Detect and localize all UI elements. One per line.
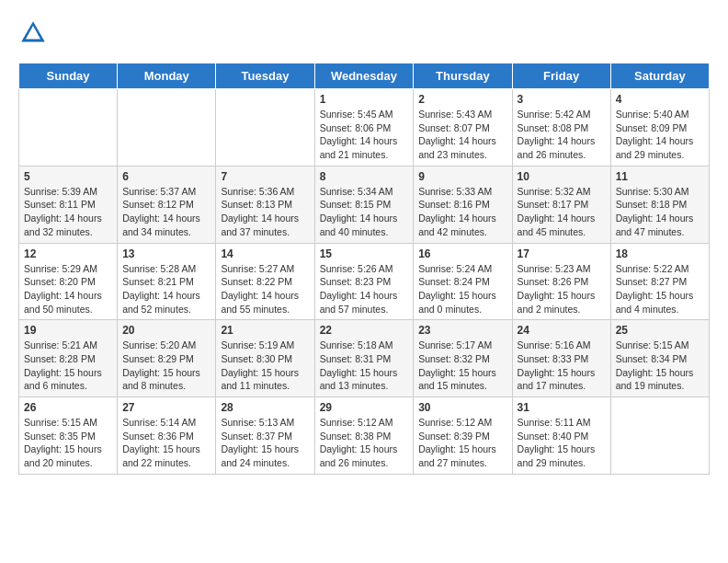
day-number: 20 [122,324,210,337]
day-number: 31 [518,401,606,414]
day-number: 22 [320,324,409,337]
calendar-cell: 28Sunrise: 5:13 AM Sunset: 8:37 PM Dayli… [216,397,314,475]
day-number: 26 [24,401,112,414]
calendar-cell: 4Sunrise: 5:40 AM Sunset: 8:09 PM Daylig… [610,89,709,167]
day-number: 4 [616,93,704,106]
weekday-header-wednesday: Wednesday [314,63,414,89]
cell-info: Sunrise: 5:27 AM Sunset: 8:22 PM Dayligh… [221,262,309,316]
day-number: 25 [616,324,704,337]
calendar-cell: 29Sunrise: 5:12 AM Sunset: 8:38 PM Dayli… [314,397,414,475]
cell-info: Sunrise: 5:23 AM Sunset: 8:26 PM Dayligh… [518,262,606,316]
cell-info: Sunrise: 5:36 AM Sunset: 8:13 PM Dayligh… [221,185,309,239]
cell-info: Sunrise: 5:19 AM Sunset: 8:30 PM Dayligh… [221,339,309,393]
cell-info: Sunrise: 5:29 AM Sunset: 8:20 PM Dayligh… [24,262,112,316]
weekday-header-saturday: Saturday [610,63,709,89]
cell-info: Sunrise: 5:24 AM Sunset: 8:24 PM Dayligh… [418,262,506,316]
cell-info: Sunrise: 5:26 AM Sunset: 8:23 PM Dayligh… [320,262,409,316]
day-number: 30 [418,401,506,414]
day-number: 14 [221,247,309,260]
cell-info: Sunrise: 5:30 AM Sunset: 8:18 PM Dayligh… [616,185,704,239]
day-number: 28 [221,401,309,414]
day-number: 23 [418,324,506,337]
day-number: 2 [418,93,506,106]
day-number: 6 [122,170,210,183]
calendar-table: SundayMondayTuesdayWednesdayThursdayFrid… [18,63,710,475]
cell-info: Sunrise: 5:17 AM Sunset: 8:32 PM Dayligh… [418,339,506,393]
logo [18,18,51,48]
calendar-cell: 31Sunrise: 5:11 AM Sunset: 8:40 PM Dayli… [512,397,610,475]
weekday-header-tuesday: Tuesday [216,63,314,89]
cell-info: Sunrise: 5:21 AM Sunset: 8:28 PM Dayligh… [24,339,112,393]
calendar-cell: 9Sunrise: 5:33 AM Sunset: 8:16 PM Daylig… [414,166,512,243]
cell-info: Sunrise: 5:34 AM Sunset: 8:15 PM Dayligh… [320,185,409,239]
week-row-1: 1Sunrise: 5:45 AM Sunset: 8:06 PM Daylig… [19,89,710,167]
calendar-cell: 16Sunrise: 5:24 AM Sunset: 8:24 PM Dayli… [414,243,512,320]
calendar-cell [19,89,118,167]
day-number: 24 [518,324,606,337]
calendar-cell: 25Sunrise: 5:15 AM Sunset: 8:34 PM Dayli… [610,320,709,397]
day-number: 9 [418,170,506,183]
calendar-cell: 3Sunrise: 5:42 AM Sunset: 8:08 PM Daylig… [512,89,610,167]
cell-info: Sunrise: 5:16 AM Sunset: 8:33 PM Dayligh… [518,339,606,393]
day-number: 17 [518,247,606,260]
calendar-cell: 2Sunrise: 5:43 AM Sunset: 8:07 PM Daylig… [414,89,512,167]
cell-info: Sunrise: 5:15 AM Sunset: 8:35 PM Dayligh… [24,416,112,470]
calendar-cell: 30Sunrise: 5:12 AM Sunset: 8:39 PM Dayli… [414,397,512,475]
page-header [18,18,710,48]
week-row-2: 5Sunrise: 5:39 AM Sunset: 8:11 PM Daylig… [19,166,710,243]
day-number: 15 [320,247,409,260]
weekday-header-monday: Monday [118,63,216,89]
cell-info: Sunrise: 5:22 AM Sunset: 8:27 PM Dayligh… [616,262,704,316]
week-row-4: 19Sunrise: 5:21 AM Sunset: 8:28 PM Dayli… [19,320,710,397]
cell-info: Sunrise: 5:18 AM Sunset: 8:31 PM Dayligh… [320,339,409,393]
day-number: 13 [122,247,210,260]
cell-info: Sunrise: 5:33 AM Sunset: 8:16 PM Dayligh… [418,185,506,239]
weekday-header-row: SundayMondayTuesdayWednesdayThursdayFrid… [19,63,710,89]
calendar-cell [610,397,709,475]
calendar-cell: 11Sunrise: 5:30 AM Sunset: 8:18 PM Dayli… [610,166,709,243]
day-number: 16 [418,247,506,260]
weekday-header-sunday: Sunday [19,63,118,89]
day-number: 11 [616,170,704,183]
weekday-header-thursday: Thursday [414,63,512,89]
calendar-cell: 17Sunrise: 5:23 AM Sunset: 8:26 PM Dayli… [512,243,610,320]
cell-info: Sunrise: 5:39 AM Sunset: 8:11 PM Dayligh… [24,185,112,239]
cell-info: Sunrise: 5:13 AM Sunset: 8:37 PM Dayligh… [221,416,309,470]
calendar-cell [216,89,314,167]
calendar-cell: 26Sunrise: 5:15 AM Sunset: 8:35 PM Dayli… [19,397,118,475]
cell-info: Sunrise: 5:42 AM Sunset: 8:08 PM Dayligh… [518,108,606,162]
day-number: 8 [320,170,409,183]
day-number: 5 [24,170,112,183]
cell-info: Sunrise: 5:32 AM Sunset: 8:17 PM Dayligh… [518,185,606,239]
cell-info: Sunrise: 5:43 AM Sunset: 8:07 PM Dayligh… [418,108,506,162]
calendar-cell: 1Sunrise: 5:45 AM Sunset: 8:06 PM Daylig… [314,89,414,167]
weekday-header-friday: Friday [512,63,610,89]
calendar-cell: 27Sunrise: 5:14 AM Sunset: 8:36 PM Dayli… [118,397,216,475]
day-number: 19 [24,324,112,337]
day-number: 29 [320,401,409,414]
calendar-cell: 24Sunrise: 5:16 AM Sunset: 8:33 PM Dayli… [512,320,610,397]
day-number: 21 [221,324,309,337]
calendar-cell: 22Sunrise: 5:18 AM Sunset: 8:31 PM Dayli… [314,320,414,397]
cell-info: Sunrise: 5:28 AM Sunset: 8:21 PM Dayligh… [122,262,210,316]
cell-info: Sunrise: 5:20 AM Sunset: 8:29 PM Dayligh… [122,339,210,393]
calendar-cell: 5Sunrise: 5:39 AM Sunset: 8:11 PM Daylig… [19,166,118,243]
day-number: 3 [518,93,606,106]
cell-info: Sunrise: 5:12 AM Sunset: 8:39 PM Dayligh… [418,416,506,470]
day-number: 18 [616,247,704,260]
calendar-cell: 6Sunrise: 5:37 AM Sunset: 8:12 PM Daylig… [118,166,216,243]
day-number: 12 [24,247,112,260]
calendar-cell: 15Sunrise: 5:26 AM Sunset: 8:23 PM Dayli… [314,243,414,320]
calendar-cell: 10Sunrise: 5:32 AM Sunset: 8:17 PM Dayli… [512,166,610,243]
calendar-cell: 14Sunrise: 5:27 AM Sunset: 8:22 PM Dayli… [216,243,314,320]
logo-icon [18,18,48,48]
cell-info: Sunrise: 5:37 AM Sunset: 8:12 PM Dayligh… [122,185,210,239]
calendar-cell: 18Sunrise: 5:22 AM Sunset: 8:27 PM Dayli… [610,243,709,320]
day-number: 10 [518,170,606,183]
calendar-cell: 8Sunrise: 5:34 AM Sunset: 8:15 PM Daylig… [314,166,414,243]
cell-info: Sunrise: 5:12 AM Sunset: 8:38 PM Dayligh… [320,416,409,470]
calendar-cell: 13Sunrise: 5:28 AM Sunset: 8:21 PM Dayli… [118,243,216,320]
day-number: 27 [122,401,210,414]
day-number: 1 [320,93,409,106]
cell-info: Sunrise: 5:45 AM Sunset: 8:06 PM Dayligh… [320,108,409,162]
